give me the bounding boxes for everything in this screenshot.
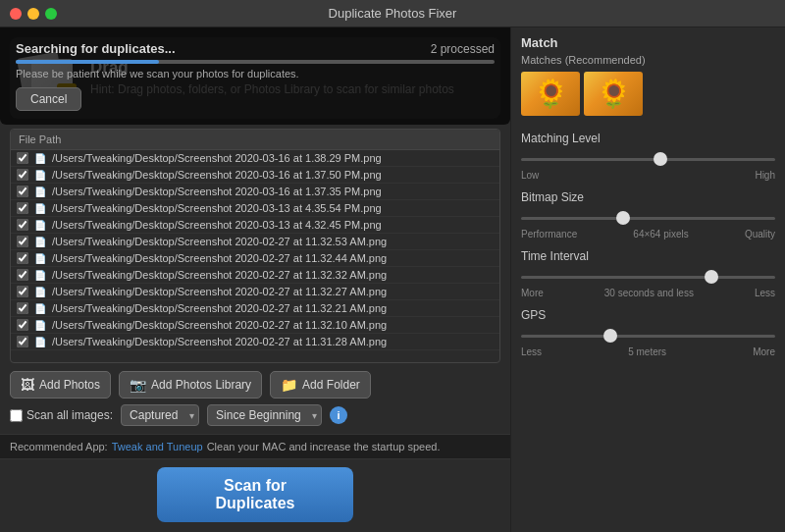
file-checkbox[interactable] <box>17 286 28 297</box>
slider-low-label: Low <box>521 170 539 181</box>
file-row: 📄 /Users/Tweaking/Desktop/Screenshot 202… <box>11 300 499 317</box>
action-buttons: 🖼 Add Photos 📷 Add Photos Library 📁 Add … <box>10 371 500 399</box>
add-photos-button[interactable]: 🖼 Add Photos <box>10 371 111 399</box>
file-path-text: /Users/Tweaking/Desktop/Screenshot 2020-… <box>52 186 494 197</box>
slider-container[interactable] <box>521 267 775 287</box>
file-checkbox[interactable] <box>17 152 28 164</box>
add-photos-library-button[interactable]: 📷 Add Photos Library <box>119 371 262 399</box>
slider-high-label: High <box>755 170 775 181</box>
add-folder-label: Add Folder <box>302 378 360 392</box>
recommended-link[interactable]: Tweak and Tuneup <box>112 441 203 452</box>
file-path-header: File Path <box>19 133 61 145</box>
slider-captions: Low High <box>521 170 775 181</box>
file-checkbox[interactable] <box>17 169 28 181</box>
file-path-text: /Users/Tweaking/Desktop/Screenshot 2020-… <box>52 169 494 181</box>
slider-label: Bitmap Size <box>521 190 775 204</box>
file-path-text: /Users/Tweaking/Desktop/Screenshot 2020-… <box>52 302 494 314</box>
slider-center-caption: 64×64 pixels <box>577 229 745 239</box>
file-path-text: /Users/Tweaking/Desktop/Screenshot 2020-… <box>52 202 494 214</box>
file-path-text: /Users/Tweaking/Desktop/Screenshot 2020-… <box>52 286 494 297</box>
progress-count: 2 processed <box>431 42 495 56</box>
match-thumb-2 <box>584 72 643 116</box>
recommended-description: Clean your MAC and increase the startup … <box>207 441 441 452</box>
slider-group-3: GPS Less 5 meters More <box>521 308 775 357</box>
file-checkbox[interactable] <box>17 269 28 281</box>
file-checkbox[interactable] <box>17 252 28 264</box>
file-checkbox[interactable] <box>17 319 28 331</box>
slider-container[interactable] <box>521 208 775 228</box>
progress-bar-background <box>16 60 495 64</box>
scan-button-area: Scan for Duplicates <box>0 458 510 532</box>
scan-all-text: Scan all images: <box>26 408 113 422</box>
slider-high-label: Less <box>755 288 775 298</box>
file-checkbox[interactable] <box>17 186 28 197</box>
file-checkbox[interactable] <box>17 219 28 231</box>
file-row: 📄 /Users/Tweaking/Desktop/Screenshot 202… <box>11 267 499 284</box>
add-photos-library-label: Add Photos Library <box>151 378 251 392</box>
title-bar: Duplicate Photos Fixer <box>0 0 785 27</box>
progress-header: Searching for duplicates... 2 processed <box>16 41 495 56</box>
slider-container[interactable] <box>521 326 775 346</box>
file-icon: 📄 <box>34 203 46 214</box>
add-photos-library-icon: 📷 <box>130 377 146 393</box>
slider-group-2: Time Interval More 30 seconds and less L… <box>521 249 775 298</box>
sunflower-image-2 <box>584 72 643 116</box>
file-checkbox[interactable] <box>17 302 28 314</box>
file-icon: 📄 <box>34 320 46 331</box>
file-checkbox[interactable] <box>17 202 28 214</box>
file-list-body[interactable]: 📄 /Users/Tweaking/Desktop/Screenshot 202… <box>11 150 499 362</box>
file-row: 📄 /Users/Tweaking/Desktop/Screenshot 202… <box>11 250 499 267</box>
slider-group-1: Bitmap Size Performance 64×64 pixels Qua… <box>521 190 775 239</box>
file-path-text: /Users/Tweaking/Desktop/Screenshot 2020-… <box>52 219 494 231</box>
file-icon: 📄 <box>34 253 46 264</box>
add-photos-icon: 🖼 <box>21 377 34 393</box>
progress-title: Searching for duplicates... <box>16 41 176 56</box>
file-path-text: /Users/Tweaking/Desktop/Screenshot 2020-… <box>52 152 494 164</box>
scan-all-label[interactable]: Scan all images: <box>10 408 113 422</box>
slider-container[interactable] <box>521 149 775 169</box>
match-header: Match Matches (Recommended) <box>511 27 785 128</box>
slider-captions: Performance 64×64 pixels Quality <box>521 229 775 239</box>
slider-label: Matching Level <box>521 132 775 145</box>
file-icon: 📄 <box>34 270 46 281</box>
slider-center-caption: 30 seconds and less <box>544 288 755 298</box>
bottom-toolbar: 🖼 Add Photos 📷 Add Photos Library 📁 Add … <box>0 363 510 434</box>
add-folder-icon: 📁 <box>281 377 297 393</box>
match-title: Match <box>521 35 775 50</box>
captured-dropdown[interactable]: CapturedModifiedAdded <box>121 404 199 426</box>
since-beginning-dropdown[interactable]: Since BeginningLast WeekLast MonthLast Y… <box>207 404 322 426</box>
scan-options: Scan all images: CapturedModifiedAdded S… <box>10 404 500 426</box>
file-path-text: /Users/Tweaking/Desktop/Screenshot 2020-… <box>52 236 494 247</box>
file-path-text: /Users/Tweaking/Desktop/Screenshot 2020-… <box>52 269 494 281</box>
slider-group-0: Matching Level Low High <box>521 132 775 181</box>
scan-all-checkbox[interactable] <box>10 409 23 422</box>
file-row: 📄 /Users/Tweaking/Desktop/Screenshot 202… <box>11 284 499 300</box>
info-button[interactable]: i <box>330 406 347 424</box>
window-title: Duplicate Photos Fixer <box>329 6 457 21</box>
slider-low-label: More <box>521 288 544 298</box>
captured-dropdown-wrapper: CapturedModifiedAdded <box>121 404 199 426</box>
file-checkbox[interactable] <box>17 336 28 347</box>
file-row: 📄 /Users/Tweaking/Desktop/Screenshot 202… <box>11 200 499 217</box>
progress-overlay: Searching for duplicates... 2 processed … <box>0 27 510 125</box>
close-button[interactable] <box>10 8 22 20</box>
match-subtitle: Matches (Recommended) <box>521 54 775 66</box>
cancel-button[interactable]: Cancel <box>16 87 81 111</box>
add-folder-button[interactable]: 📁 Add Folder <box>270 371 371 399</box>
file-row: 📄 /Users/Tweaking/Desktop/Screenshot 202… <box>11 317 499 334</box>
maximize-button[interactable] <box>45 8 57 20</box>
file-checkbox[interactable] <box>17 236 28 247</box>
scan-for-duplicates-button[interactable]: Scan for Duplicates <box>157 467 353 522</box>
add-photos-label: Add Photos <box>39 378 100 392</box>
since-beginning-dropdown-wrapper: Since BeginningLast WeekLast MonthLast Y… <box>207 404 322 426</box>
minimize-button[interactable] <box>27 8 39 20</box>
file-row: 📄 /Users/Tweaking/Desktop/Screenshot 202… <box>11 167 499 184</box>
file-icon: 📄 <box>34 287 46 297</box>
file-icon: 📄 <box>34 337 46 347</box>
slider-high-label: More <box>753 346 775 357</box>
right-panel: Match Matches (Recommended) Matching Lev… <box>510 27 785 532</box>
file-icon: 📄 <box>34 170 46 181</box>
file-row: 📄 /Users/Tweaking/Desktop/Screenshot 202… <box>11 234 499 250</box>
file-list-header: File Path <box>11 130 499 150</box>
file-row: 📄 /Users/Tweaking/Desktop/Screenshot 202… <box>11 217 499 234</box>
